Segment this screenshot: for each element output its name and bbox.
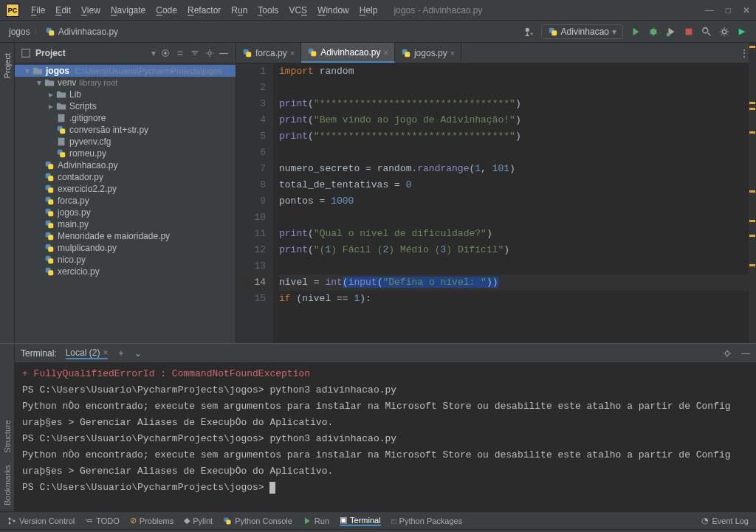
tree-item[interactable]: mulplicando.py bbox=[15, 242, 236, 254]
tree-item[interactable]: pyvenv.cfg bbox=[15, 136, 236, 148]
code-area[interactable]: 123456789101112131415 import random prin… bbox=[236, 63, 756, 343]
warning-marker-icon[interactable] bbox=[749, 220, 755, 222]
menu-file[interactable]: File bbox=[27, 5, 49, 15]
panel-settings-icon[interactable] bbox=[205, 48, 215, 58]
warning-marker-icon[interactable] bbox=[749, 235, 755, 237]
tree-item[interactable]: Adivinhacao.py bbox=[15, 159, 236, 171]
svg-rect-17 bbox=[58, 138, 65, 146]
close-icon[interactable]: ✕ bbox=[743, 5, 750, 15]
tool-pylint[interactable]: ◆Pylint bbox=[184, 516, 213, 525]
bookmarks-tool-tab[interactable]: Bookmarks bbox=[1, 459, 13, 511]
chevron-down-icon[interactable]: ⌄ bbox=[134, 348, 142, 359]
search-icon[interactable] bbox=[701, 27, 712, 37]
menu-help[interactable]: Help bbox=[355, 5, 382, 15]
select-opened-file-icon[interactable] bbox=[160, 48, 171, 58]
tab-close-icon[interactable]: × bbox=[290, 49, 295, 58]
hide-panel-icon[interactable]: — bbox=[219, 48, 230, 58]
tree-item[interactable]: Menoridade e maioridade.py bbox=[15, 230, 236, 242]
minimize-icon[interactable]: — bbox=[705, 5, 714, 15]
python-file-icon bbox=[44, 219, 55, 229]
collapse-all-icon[interactable] bbox=[190, 48, 200, 58]
python-file-icon bbox=[44, 266, 55, 277]
tree-item[interactable]: conversão int+str.py bbox=[15, 124, 236, 136]
tab-close-icon[interactable]: × bbox=[384, 48, 388, 57]
warning-marker-icon[interactable] bbox=[749, 264, 755, 266]
menu-window[interactable]: Window bbox=[313, 5, 354, 15]
project-panel: Project ▾ — ▾ jogos C:\Users\Usuario\Pyc… bbox=[15, 43, 236, 343]
tool-problems[interactable]: ⊘Problems bbox=[130, 516, 173, 525]
tree-item[interactable]: main.py bbox=[15, 218, 236, 230]
tab-forca[interactable]: forca.py× bbox=[236, 43, 301, 63]
terminal-output[interactable]: + FullyQualifiedErrorId : CommandNotFoun… bbox=[15, 363, 756, 511]
python-file-icon bbox=[45, 27, 55, 37]
run-icon[interactable] bbox=[630, 27, 641, 37]
terminal-tab-close-icon[interactable]: × bbox=[103, 348, 108, 358]
tree-item[interactable]: ▸Scripts bbox=[15, 100, 236, 112]
code-content[interactable]: import random print("*******************… bbox=[273, 63, 756, 343]
warning-marker-icon[interactable] bbox=[749, 46, 755, 48]
warning-marker-icon[interactable] bbox=[749, 131, 755, 134]
svg-rect-39 bbox=[48, 270, 53, 275]
menu-view[interactable]: View bbox=[77, 5, 105, 15]
tool-python-packages[interactable]: ⏍Python Packages bbox=[391, 517, 463, 525]
project-tool-tab[interactable]: Project bbox=[1, 47, 13, 84]
code-with-me-icon[interactable] bbox=[737, 27, 747, 37]
tree-item[interactable]: romeu.py bbox=[15, 148, 236, 159]
maximize-icon[interactable]: □ bbox=[726, 5, 731, 15]
tab-close-icon[interactable]: × bbox=[450, 49, 455, 58]
tree-root-path: C:\Users\Usuario\PycharmProjects\jogos bbox=[75, 66, 221, 75]
menu-run[interactable]: Run bbox=[227, 5, 252, 15]
terminal-tab[interactable]: Local (2)× bbox=[66, 348, 109, 359]
tree-item[interactable]: ▸Lib bbox=[15, 89, 236, 100]
tool-python-console[interactable]: Python Console bbox=[223, 517, 292, 525]
tool-version-control[interactable]: Version Control bbox=[7, 517, 75, 525]
tool-label: Python Console bbox=[235, 517, 292, 525]
tab-jogos[interactable]: jogos.py× bbox=[395, 43, 461, 63]
hide-terminal-icon[interactable]: — bbox=[741, 348, 750, 359]
stop-icon[interactable] bbox=[684, 27, 694, 37]
warning-marker-icon[interactable] bbox=[749, 108, 755, 110]
error-stripe[interactable] bbox=[749, 43, 756, 343]
python-icon bbox=[548, 27, 558, 37]
terminal-settings-icon[interactable] bbox=[722, 348, 732, 359]
tree-item[interactable]: forca.py bbox=[15, 195, 236, 207]
menu-refactor[interactable]: Refactor bbox=[183, 5, 225, 15]
svg-point-49 bbox=[13, 519, 16, 522]
tab-adivinhacao[interactable]: Adivinhacao.py× bbox=[301, 43, 395, 63]
warning-marker-icon[interactable] bbox=[749, 190, 755, 193]
coverage-icon[interactable] bbox=[666, 27, 676, 37]
tree-root[interactable]: ▾ jogos C:\Users\Usuario\PycharmProjects… bbox=[15, 65, 236, 77]
project-tree[interactable]: ▾ jogos C:\Users\Usuario\PycharmProjects… bbox=[15, 63, 236, 343]
tree-item[interactable]: jogos.py bbox=[15, 207, 236, 218]
tree-item[interactable]: contador.py bbox=[15, 171, 236, 183]
warning-marker-icon[interactable] bbox=[749, 102, 755, 104]
breadcrumb-file[interactable]: Adivinhacao.py bbox=[58, 27, 118, 37]
add-config-icon[interactable] bbox=[523, 27, 534, 37]
structure-tool-tab[interactable]: Structure bbox=[1, 414, 13, 459]
tree-item-label: xercicio.py bbox=[58, 266, 100, 277]
menu-tools[interactable]: Tools bbox=[253, 5, 283, 15]
menu-code[interactable]: Code bbox=[151, 5, 182, 15]
breadcrumb-root[interactable]: jogos bbox=[9, 27, 30, 37]
folder-icon bbox=[56, 89, 66, 100]
tool-run[interactable]: Run bbox=[303, 517, 329, 525]
run-configuration-dropdown[interactable]: Adivinhacao ▾ bbox=[541, 24, 623, 39]
tool-event-log[interactable]: ◔Event Log bbox=[701, 516, 749, 525]
tree-item[interactable]: exercicio2.2.py bbox=[15, 183, 236, 195]
debug-icon[interactable] bbox=[648, 27, 659, 37]
chevron-down-icon[interactable]: ▾ bbox=[151, 48, 156, 58]
menu-navigate[interactable]: Navigate bbox=[106, 5, 150, 15]
gear-icon[interactable] bbox=[719, 27, 729, 37]
tree-item[interactable]: xercicio.py bbox=[15, 266, 236, 277]
tree-venv[interactable]: ▾ venv library root bbox=[15, 77, 236, 89]
tree-item[interactable]: .gitignore bbox=[15, 112, 236, 124]
expand-all-icon[interactable] bbox=[175, 48, 185, 58]
tree-item-label: forca.py bbox=[58, 196, 89, 206]
tool-terminal[interactable]: ▣Terminal bbox=[340, 515, 381, 526]
tree-item[interactable]: nico.py bbox=[15, 254, 236, 266]
menu-edit[interactable]: Edit bbox=[51, 5, 75, 15]
menu-vcs[interactable]: VCS bbox=[284, 5, 312, 15]
svg-rect-1 bbox=[49, 30, 54, 35]
tool-todo[interactable]: ≔TODO bbox=[85, 516, 120, 525]
terminal-new-tab-icon[interactable]: ＋ bbox=[117, 347, 126, 359]
